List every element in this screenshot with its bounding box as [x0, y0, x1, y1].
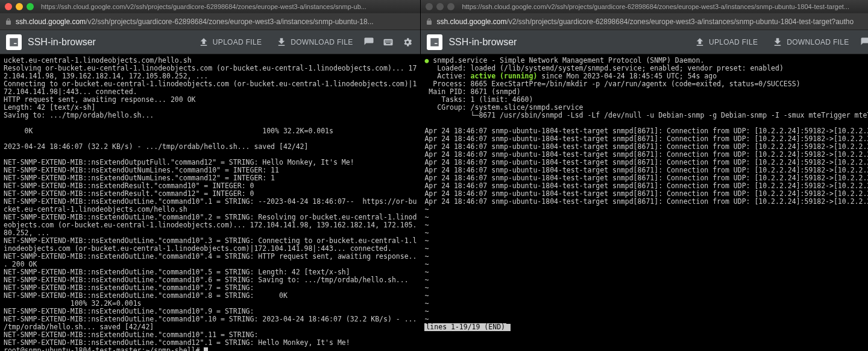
upload-icon [197, 36, 210, 49]
left-window: https://ssh.cloud.google.com/v2/ssh/proj… [0, 0, 421, 351]
close-icon[interactable] [426, 3, 433, 10]
url-text: ssh.cloud.google.com/v2/ssh/projects/gua… [16, 17, 374, 26]
app-title: SSH-in-browser [448, 37, 683, 48]
traffic-lights [5, 3, 34, 10]
upload-file-button[interactable]: UPLOAD FILE [690, 33, 761, 51]
address-bar[interactable]: ssh.cloud.google.com/v2/ssh/projects/gua… [0, 13, 420, 30]
right-window: https://ssh.cloud.google.com/v2/ssh/proj… [421, 0, 868, 351]
url-text: ssh.cloud.google.com/v2/ssh/projects/gua… [436, 17, 854, 26]
upload-label: UPLOAD FILE [213, 38, 262, 46]
download-file-button[interactable]: DOWNLOAD FILE [767, 33, 852, 51]
terminal-output[interactable]: ucket.eu-central-1.linodeobjects.com/hel… [0, 54, 420, 351]
upload-file-button[interactable]: UPLOAD FILE [193, 33, 265, 51]
tab-title: https://ssh.cloud.google.com/v2/ssh/proj… [462, 3, 868, 10]
download-icon [275, 36, 288, 49]
traffic-lights [426, 3, 454, 10]
ssh-logo-icon [6, 34, 22, 50]
minimize-icon[interactable] [16, 3, 23, 10]
lock-icon [426, 18, 433, 25]
gear-icon[interactable] [401, 36, 414, 49]
minimize-icon[interactable] [436, 3, 444, 10]
lock-icon [5, 18, 12, 25]
maximize-icon[interactable] [27, 3, 34, 10]
download-file-button[interactable]: DOWNLOAD FILE [271, 33, 356, 51]
send-key-icon[interactable] [859, 36, 869, 49]
app-header: SSH-in-browser UPLOAD FILE DOWNLOAD FILE [421, 30, 868, 54]
app-header: SSH-in-browser UPLOAD FILE DOWNLOAD FILE [0, 30, 420, 54]
app-title: SSH-in-browser [28, 37, 187, 48]
tab-bar: https://ssh.cloud.google.com/v2/ssh/proj… [0, 0, 420, 13]
download-label: DOWNLOAD FILE [291, 38, 353, 46]
upload-label: UPLOAD FILE [709, 38, 758, 46]
cursor [204, 347, 208, 352]
download-icon [771, 36, 784, 49]
send-key-icon[interactable] [362, 36, 376, 49]
terminal-output[interactable]: ● snmpd.service - Simple Network Managem… [421, 54, 868, 351]
maximize-icon[interactable] [447, 3, 454, 10]
keyboard-icon[interactable] [382, 36, 395, 49]
ssh-logo-icon [427, 34, 442, 50]
tab-title: https://ssh.cloud.google.com/v2/ssh/proj… [41, 3, 415, 10]
tab-bar: https://ssh.cloud.google.com/v2/ssh/proj… [421, 0, 868, 13]
close-icon[interactable] [5, 3, 12, 10]
address-bar[interactable]: ssh.cloud.google.com/v2/ssh/projects/gua… [421, 13, 868, 30]
download-label: DOWNLOAD FILE [787, 38, 849, 46]
upload-icon [693, 36, 706, 49]
